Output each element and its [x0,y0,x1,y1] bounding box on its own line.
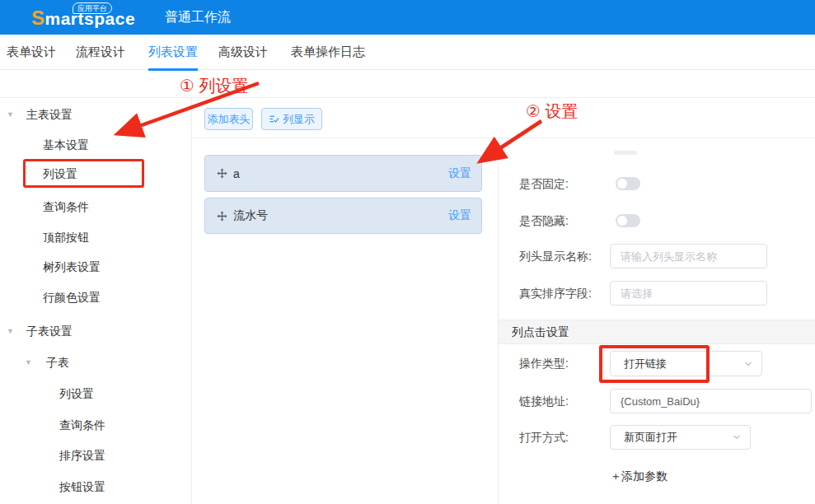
add-header-button-label: 添加表头 [208,112,251,127]
clipped-element-edge [614,151,637,155]
page-title: 普通工作流 [165,0,231,35]
hidden-label: 是否隐藏: [519,212,569,229]
column-card-serial-number[interactable]: 流水号 设置 [204,198,482,234]
action-type-label: 操作类型: [519,355,569,371]
sidebar-item-sub-query-conditions[interactable]: 查询条件 [59,417,105,433]
link-address-label: 链接地址: [519,393,569,409]
fixed-label: 是否固定: [519,175,569,192]
content-top-divider [0,97,815,98]
tab-list-settings[interactable]: 列表设置 [148,35,198,69]
header-name-label: 列头显示名称: [519,248,592,264]
open-mode-select[interactable]: 新页面打开 [610,425,751,450]
toggle-knob [617,216,627,226]
chevron-down-icon [732,432,742,445]
tab-form-design[interactable]: 表单设计 [7,35,56,69]
chevron-down-icon [743,359,753,371]
sidebar-item-sort-settings[interactable]: 排序设置 [59,447,105,464]
open-mode-value: 新页面打开 [624,430,677,445]
drag-handle-icon[interactable] [217,211,227,222]
column-name: a [233,167,240,180]
sidebar-item-sub-table[interactable]: 子表 [46,354,69,371]
column-click-settings-section: 列点击设置 [499,320,815,344]
action-type-select[interactable]: 打开链接 [610,351,762,376]
column-card-a[interactable]: a 设置 [204,155,482,192]
app-window: Smartspace 应用平台 普通工作流 表单设计 流程设计 列表设置 高级设… [0,0,815,504]
sidebar-item-column-settings[interactable]: 列设置 [43,166,77,182]
link-address-input[interactable] [610,389,812,413]
column-settings-link[interactable]: 设置 [448,166,471,181]
sidebar-item-top-buttons[interactable]: 顶部按钮 [43,229,89,245]
tab-form-log[interactable]: 表单操作日志 [291,35,365,69]
column-name: 流水号 [233,208,268,223]
tab-flow-design[interactable]: 流程设计 [76,35,125,69]
fixed-toggle[interactable] [616,177,640,190]
action-type-value: 打开链接 [624,357,667,371]
tab-advanced-design[interactable]: 高级设计 [218,35,268,69]
drag-handle-icon[interactable] [217,168,227,179]
chevron-down-icon[interactable]: ▼ [25,354,32,371]
header-name-input[interactable] [610,244,767,268]
annotation-step2: ② 设置 [526,100,578,123]
add-parameter-link[interactable]: ＋添加参数 [610,468,667,484]
highlight-box-column-settings [23,159,144,188]
sort-field-input[interactable] [610,281,767,306]
sidebar-item-basic-settings[interactable]: 基本设置 [43,137,89,153]
sidebar-item-tree-list-settings[interactable]: 树列表设置 [43,259,101,275]
chevron-down-icon[interactable]: ▼ [7,323,14,339]
annotation-arrow-2 [481,121,541,161]
sidebar-item-main-table-settings[interactable]: 主表设置 [26,106,73,123]
main-tabbar: 表单设计 流程设计 列表设置 高级设计 表单操作日志 [0,35,815,70]
toggle-knob [617,179,627,189]
chevron-down-icon[interactable]: ▼ [7,106,14,123]
sidebar-item-sub-table-settings[interactable]: 子表设置 [26,323,73,339]
add-header-button[interactable]: 添加表头 [204,108,253,130]
sidebar-item-button-settings[interactable]: 按钮设置 [59,478,105,495]
sidebar-divider [191,97,192,504]
checklist-icon [269,114,279,124]
sidebar-item-sub-column-settings[interactable]: 列设置 [59,385,94,402]
sort-field-label: 真实排序字段: [519,285,592,301]
sidebar-item-query-conditions[interactable]: 查询条件 [43,198,89,215]
open-mode-label: 打开方式: [519,429,569,446]
column-display-button-label: 列显示 [283,112,315,127]
app-header: Smartspace 应用平台 普通工作流 [0,0,815,35]
toolbar-divider [192,138,815,138]
column-settings-link[interactable]: 设置 [448,208,471,223]
annotation-step1: ① 列设置 [180,75,249,97]
platform-badge: 应用平台 [73,2,112,14]
sidebar-item-row-color-settings[interactable]: 行颜色设置 [43,289,101,306]
hidden-toggle[interactable] [616,214,640,227]
column-display-button[interactable]: 列显示 [261,108,322,130]
logo-letter-s: S [31,7,45,29]
